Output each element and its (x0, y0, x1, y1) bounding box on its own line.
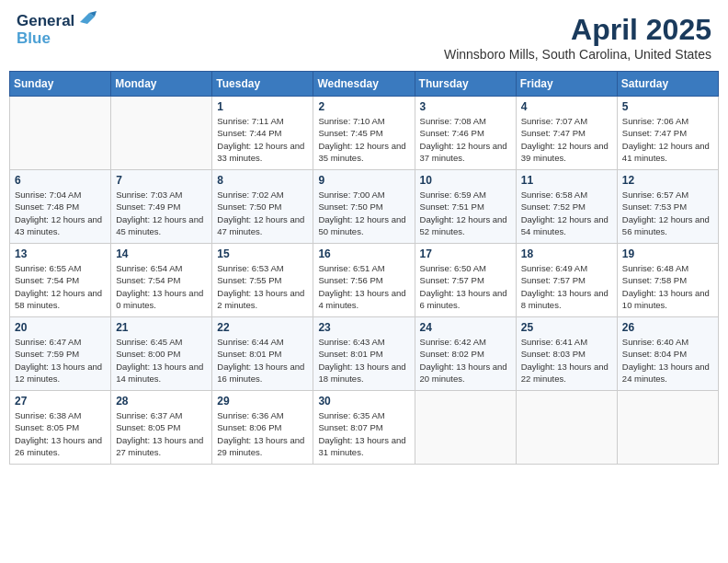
calendar-cell: 3Sunrise: 7:08 AM Sunset: 7:46 PM Daylig… (415, 97, 516, 170)
weekday-header-friday: Friday (516, 72, 617, 97)
day-number: 1 (217, 100, 308, 113)
day-info: Sunrise: 6:55 AM Sunset: 7:54 PM Dayligh… (15, 262, 106, 311)
day-number: 10 (420, 174, 511, 187)
day-info: Sunrise: 6:57 AM Sunset: 7:53 PM Dayligh… (622, 189, 713, 237)
calendar-cell: 21Sunrise: 6:45 AM Sunset: 8:00 PM Dayli… (111, 317, 212, 391)
logo-bird-icon (76, 9, 97, 26)
day-info: Sunrise: 6:37 AM Sunset: 8:05 PM Dayligh… (116, 409, 207, 458)
calendar-week-row: 27Sunrise: 6:38 AM Sunset: 8:05 PM Dayli… (10, 391, 719, 465)
calendar-cell: 1Sunrise: 7:11 AM Sunset: 7:44 PM Daylig… (212, 97, 313, 170)
calendar-cell (415, 391, 516, 465)
day-info: Sunrise: 6:53 AM Sunset: 7:55 PM Dayligh… (217, 262, 308, 311)
calendar-cell: 5Sunrise: 7:06 AM Sunset: 7:47 PM Daylig… (617, 97, 718, 170)
day-number: 25 (521, 321, 612, 334)
calendar-cell: 18Sunrise: 6:49 AM Sunset: 7:57 PM Dayli… (516, 244, 617, 317)
day-info: Sunrise: 7:11 AM Sunset: 7:44 PM Dayligh… (217, 115, 308, 164)
calendar-cell: 2Sunrise: 7:10 AM Sunset: 7:45 PM Daylig… (313, 97, 415, 170)
location-title: Winnsboro Mills, South Carolina, United … (444, 47, 711, 62)
day-info: Sunrise: 7:00 AM Sunset: 7:50 PM Dayligh… (318, 189, 409, 237)
calendar-cell: 26Sunrise: 6:40 AM Sunset: 8:04 PM Dayli… (617, 317, 718, 391)
day-number: 27 (15, 395, 106, 408)
logo-blue: Blue (17, 29, 51, 47)
day-number: 12 (622, 174, 713, 187)
weekday-header-row: SundayMondayTuesdayWednesdayThursdayFrid… (10, 72, 719, 97)
weekday-header-monday: Monday (111, 72, 212, 97)
month-title: April 2025 (444, 13, 711, 47)
calendar-cell (10, 97, 111, 170)
day-number: 4 (521, 100, 612, 113)
calendar-cell (516, 391, 617, 465)
calendar-week-row: 1Sunrise: 7:11 AM Sunset: 7:44 PM Daylig… (10, 97, 719, 170)
day-info: Sunrise: 6:38 AM Sunset: 8:05 PM Dayligh… (15, 409, 106, 458)
calendar-week-row: 6Sunrise: 7:04 AM Sunset: 7:48 PM Daylig… (10, 170, 719, 244)
calendar-cell: 9Sunrise: 7:00 AM Sunset: 7:50 PM Daylig… (313, 170, 415, 244)
day-number: 30 (318, 395, 409, 408)
day-number: 18 (521, 247, 612, 260)
weekday-header-saturday: Saturday (617, 72, 718, 97)
day-number: 19 (622, 247, 713, 260)
title-section: April 2025 Winnsboro Mills, South Caroli… (444, 13, 711, 62)
calendar-cell: 11Sunrise: 6:58 AM Sunset: 7:52 PM Dayli… (516, 170, 617, 244)
day-number: 20 (15, 321, 106, 334)
day-info: Sunrise: 6:43 AM Sunset: 8:01 PM Dayligh… (318, 336, 409, 385)
day-info: Sunrise: 7:07 AM Sunset: 7:47 PM Dayligh… (521, 115, 612, 164)
logo: General Blue (17, 13, 97, 47)
day-info: Sunrise: 6:36 AM Sunset: 8:06 PM Dayligh… (217, 409, 308, 458)
day-info: Sunrise: 6:42 AM Sunset: 8:02 PM Dayligh… (420, 336, 511, 385)
day-number: 26 (622, 321, 713, 334)
day-info: Sunrise: 6:47 AM Sunset: 7:59 PM Dayligh… (15, 336, 106, 385)
calendar-cell: 29Sunrise: 6:36 AM Sunset: 8:06 PM Dayli… (212, 391, 313, 465)
day-info: Sunrise: 6:48 AM Sunset: 7:58 PM Dayligh… (622, 262, 713, 311)
day-info: Sunrise: 6:58 AM Sunset: 7:52 PM Dayligh… (521, 189, 612, 237)
calendar-table: SundayMondayTuesdayWednesdayThursdayFrid… (9, 71, 719, 465)
calendar-cell: 7Sunrise: 7:03 AM Sunset: 7:49 PM Daylig… (111, 170, 212, 244)
calendar-cell: 19Sunrise: 6:48 AM Sunset: 7:58 PM Dayli… (617, 244, 718, 317)
calendar-cell (111, 97, 212, 170)
day-number: 23 (318, 321, 409, 334)
calendar-cell: 30Sunrise: 6:35 AM Sunset: 8:07 PM Dayli… (313, 391, 415, 465)
day-number: 3 (420, 100, 511, 113)
calendar-week-row: 20Sunrise: 6:47 AM Sunset: 7:59 PM Dayli… (10, 317, 719, 391)
day-info: Sunrise: 6:51 AM Sunset: 7:56 PM Dayligh… (318, 262, 409, 311)
calendar-cell: 4Sunrise: 7:07 AM Sunset: 7:47 PM Daylig… (516, 97, 617, 170)
weekday-header-tuesday: Tuesday (212, 72, 313, 97)
calendar-cell: 23Sunrise: 6:43 AM Sunset: 8:01 PM Dayli… (313, 317, 415, 391)
day-info: Sunrise: 7:10 AM Sunset: 7:45 PM Dayligh… (318, 115, 409, 164)
day-number: 17 (420, 247, 511, 260)
day-number: 14 (116, 247, 207, 260)
day-number: 7 (116, 174, 207, 187)
calendar-cell: 6Sunrise: 7:04 AM Sunset: 7:48 PM Daylig… (10, 170, 111, 244)
day-info: Sunrise: 6:40 AM Sunset: 8:04 PM Dayligh… (622, 336, 713, 385)
day-number: 13 (15, 247, 106, 260)
day-info: Sunrise: 6:35 AM Sunset: 8:07 PM Dayligh… (318, 409, 409, 458)
day-number: 21 (116, 321, 207, 334)
calendar-cell: 22Sunrise: 6:44 AM Sunset: 8:01 PM Dayli… (212, 317, 313, 391)
day-info: Sunrise: 6:45 AM Sunset: 8:00 PM Dayligh… (116, 336, 207, 385)
day-info: Sunrise: 7:08 AM Sunset: 7:46 PM Dayligh… (420, 115, 511, 164)
day-info: Sunrise: 6:54 AM Sunset: 7:54 PM Dayligh… (116, 262, 207, 311)
page-header: General Blue April 2025 Winnsboro Mills,… (9, 9, 719, 65)
calendar-cell: 28Sunrise: 6:37 AM Sunset: 8:05 PM Dayli… (111, 391, 212, 465)
day-number: 22 (217, 321, 308, 334)
calendar-cell: 10Sunrise: 6:59 AM Sunset: 7:51 PM Dayli… (415, 170, 516, 244)
day-number: 24 (420, 321, 511, 334)
calendar-cell: 13Sunrise: 6:55 AM Sunset: 7:54 PM Dayli… (10, 244, 111, 317)
calendar-cell: 25Sunrise: 6:41 AM Sunset: 8:03 PM Dayli… (516, 317, 617, 391)
day-number: 29 (217, 395, 308, 408)
day-info: Sunrise: 6:50 AM Sunset: 7:57 PM Dayligh… (420, 262, 511, 311)
day-info: Sunrise: 6:59 AM Sunset: 7:51 PM Dayligh… (420, 189, 511, 237)
logo-general: General (17, 13, 74, 30)
day-info: Sunrise: 6:44 AM Sunset: 8:01 PM Dayligh… (217, 336, 308, 385)
day-info: Sunrise: 7:02 AM Sunset: 7:50 PM Dayligh… (217, 189, 308, 237)
calendar-cell (617, 391, 718, 465)
day-number: 28 (116, 395, 207, 408)
calendar-cell: 12Sunrise: 6:57 AM Sunset: 7:53 PM Dayli… (617, 170, 718, 244)
calendar-cell: 17Sunrise: 6:50 AM Sunset: 7:57 PM Dayli… (415, 244, 516, 317)
day-number: 5 (622, 100, 713, 113)
weekday-header-sunday: Sunday (10, 72, 111, 97)
calendar-week-row: 13Sunrise: 6:55 AM Sunset: 7:54 PM Dayli… (10, 244, 719, 317)
calendar-cell: 16Sunrise: 6:51 AM Sunset: 7:56 PM Dayli… (313, 244, 415, 317)
day-number: 2 (318, 100, 409, 113)
day-number: 15 (217, 247, 308, 260)
calendar-cell: 24Sunrise: 6:42 AM Sunset: 8:02 PM Dayli… (415, 317, 516, 391)
